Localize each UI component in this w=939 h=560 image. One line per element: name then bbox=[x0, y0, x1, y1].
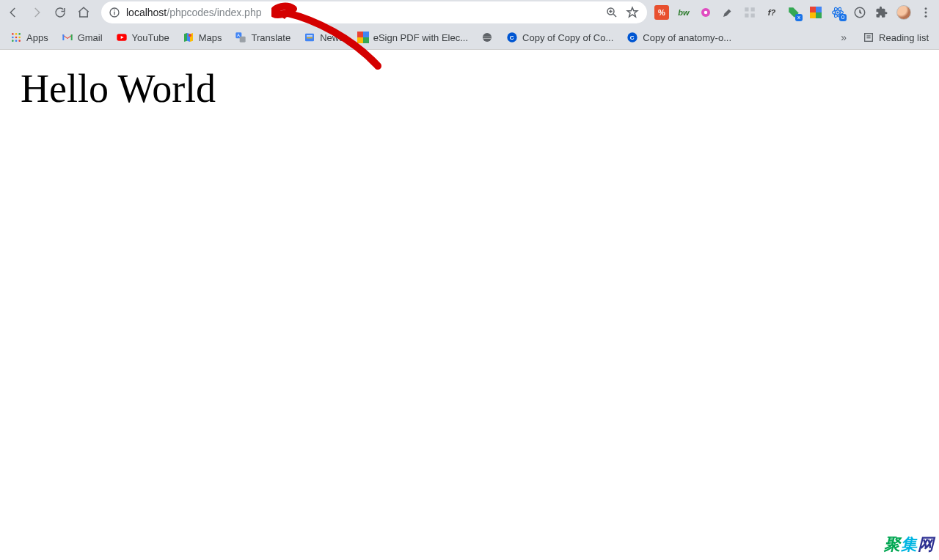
extension-icons: % bw f? x 0 bbox=[654, 5, 935, 20]
esign-icon bbox=[357, 32, 369, 43]
bookmark-label: Translate bbox=[251, 32, 291, 43]
svg-point-8 bbox=[704, 11, 708, 15]
arrow-left-icon bbox=[7, 6, 20, 19]
svg-rect-10 bbox=[751, 7, 755, 11]
bookmark-translate[interactable]: A Translate bbox=[230, 29, 295, 46]
ext-react-badge: 0 bbox=[839, 14, 847, 21]
bookmark-gmail[interactable]: Gmail bbox=[57, 29, 107, 46]
chevron-right-icon: » bbox=[838, 32, 850, 43]
svg-rect-33 bbox=[240, 37, 246, 43]
news-icon bbox=[304, 32, 315, 43]
translate-icon: A bbox=[235, 32, 246, 43]
svg-rect-36 bbox=[307, 35, 313, 36]
bookmark-label: eSign PDF with Elec... bbox=[373, 32, 468, 43]
svg-point-38 bbox=[483, 33, 492, 42]
svg-rect-9 bbox=[745, 7, 748, 11]
svg-point-19 bbox=[925, 12, 927, 14]
svg-point-29 bbox=[18, 40, 21, 42]
ext-react-icon[interactable]: 0 bbox=[830, 5, 845, 20]
zoom-icon[interactable] bbox=[604, 5, 619, 20]
youtube-icon bbox=[116, 32, 128, 43]
svg-rect-2 bbox=[114, 10, 114, 10]
svg-point-22 bbox=[15, 33, 18, 35]
bookmark-overflow[interactable]: » bbox=[833, 29, 854, 46]
bookmark-news[interactable]: News bbox=[299, 29, 348, 46]
bookmark-youtube[interactable]: YouTube bbox=[112, 29, 174, 46]
svg-text:C: C bbox=[630, 34, 635, 41]
svg-rect-37 bbox=[307, 37, 313, 38]
svg-text:C: C bbox=[510, 34, 514, 41]
watermark-text: 聚集网 bbox=[884, 535, 935, 553]
home-button[interactable] bbox=[73, 2, 94, 23]
bookmark-label: YouTube bbox=[132, 32, 169, 43]
back-button[interactable] bbox=[3, 2, 23, 23]
svg-point-16 bbox=[837, 12, 839, 14]
bookmarks-bar: Apps Gmail YouTube Maps A Translate bbox=[0, 25, 939, 50]
bookmark-label: Maps bbox=[199, 32, 222, 43]
bookmark-label: Copy of anatomy-o... bbox=[643, 32, 731, 43]
browser-chrome: localhost/phpcodes/index.php % bw f? bbox=[0, 0, 939, 50]
ext-eyedropper-icon[interactable] bbox=[720, 5, 735, 20]
apps-icon bbox=[10, 32, 22, 43]
bookmark-globe[interactable] bbox=[477, 29, 497, 46]
bookmark-maps[interactable]: Maps bbox=[178, 29, 227, 46]
svg-line-4 bbox=[613, 14, 616, 17]
svg-point-23 bbox=[18, 33, 21, 35]
page-heading: Hello World bbox=[21, 66, 918, 111]
svg-point-27 bbox=[12, 40, 14, 42]
extensions-puzzle-icon[interactable] bbox=[874, 5, 889, 20]
address-bar[interactable]: localhost/phpcodes/index.php bbox=[101, 1, 647, 23]
toolbar: localhost/phpcodes/index.php % bw f? bbox=[0, 0, 939, 25]
svg-point-20 bbox=[925, 15, 927, 18]
svg-point-26 bbox=[18, 37, 21, 39]
url-host: localhost bbox=[126, 7, 167, 18]
reading-list-button[interactable]: Reading list bbox=[858, 29, 933, 46]
svg-point-28 bbox=[15, 40, 18, 42]
bookmark-apps[interactable]: Apps bbox=[6, 29, 53, 46]
coursera-icon: C bbox=[506, 32, 518, 43]
bookmark-label: Gmail bbox=[78, 32, 103, 43]
svg-point-31 bbox=[189, 34, 191, 37]
arrow-right-icon bbox=[30, 6, 43, 19]
ext-tag-badge: x bbox=[795, 14, 803, 21]
bookmark-star-icon[interactable] bbox=[625, 5, 640, 20]
reload-icon bbox=[54, 6, 67, 19]
maps-icon bbox=[183, 32, 194, 43]
home-icon bbox=[77, 6, 90, 19]
url-path: /phpcodes/index.php bbox=[167, 7, 261, 18]
bookmark-label: Copy of Copy of Co... bbox=[522, 32, 613, 43]
ext-whatfont-icon[interactable]: f? bbox=[764, 5, 779, 20]
profile-avatar[interactable] bbox=[896, 5, 911, 20]
svg-rect-12 bbox=[751, 14, 755, 18]
bookmark-label: Apps bbox=[26, 32, 48, 43]
forward-button[interactable] bbox=[26, 2, 47, 23]
svg-point-24 bbox=[12, 37, 14, 39]
svg-point-18 bbox=[925, 7, 927, 10]
chrome-menu-icon[interactable] bbox=[918, 5, 933, 20]
svg-point-25 bbox=[15, 37, 18, 39]
url-text: localhost/phpcodes/index.php bbox=[126, 7, 261, 18]
gmail-icon bbox=[62, 32, 73, 43]
page-content: Hello World bbox=[0, 50, 939, 128]
ext-red-icon[interactable]: % bbox=[654, 5, 669, 20]
watermark: 聚集网 bbox=[884, 534, 935, 556]
reading-list-icon bbox=[863, 32, 874, 43]
reload-button[interactable] bbox=[50, 2, 70, 23]
ext-bw-icon[interactable]: bw bbox=[676, 5, 691, 20]
ext-record-icon[interactable] bbox=[698, 5, 713, 20]
svg-rect-11 bbox=[745, 14, 748, 18]
ext-colors-icon[interactable] bbox=[808, 5, 823, 20]
svg-text:A: A bbox=[238, 33, 241, 37]
svg-point-21 bbox=[12, 33, 14, 35]
site-info-icon[interactable] bbox=[109, 7, 120, 18]
bookmark-label: News bbox=[320, 32, 344, 43]
bookmark-esign[interactable]: eSign PDF with Elec... bbox=[353, 29, 472, 46]
bookmark-copy1[interactable]: C Copy of Copy of Co... bbox=[502, 29, 618, 46]
bookmark-copy2[interactable]: C Copy of anatomy-o... bbox=[622, 29, 736, 46]
svg-rect-1 bbox=[114, 12, 114, 15]
globe-icon bbox=[481, 32, 493, 43]
ext-grid-icon[interactable] bbox=[742, 5, 757, 20]
ext-tag-icon[interactable]: x bbox=[786, 5, 801, 20]
coursera-icon: C bbox=[626, 32, 638, 43]
ext-clock-icon[interactable] bbox=[852, 5, 867, 20]
